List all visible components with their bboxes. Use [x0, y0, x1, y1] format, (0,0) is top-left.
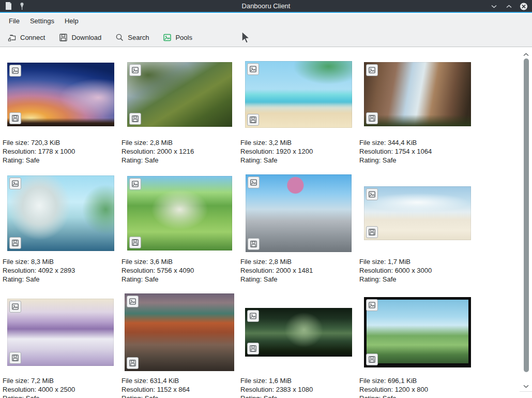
post-info: File size: 1,6 MiB Resolution: 2383 x 10…	[239, 376, 358, 398]
post-thumbnail[interactable]	[7, 299, 114, 366]
post-info: File size: 2,8 MiB Resolution: 2000 x 14…	[239, 257, 358, 284]
post-card: File size: 3,6 MiB Resolution: 5756 x 40…	[120, 174, 239, 293]
scroll-up-arrow-icon[interactable]	[523, 51, 529, 57]
rating-text: Rating: Safe	[359, 156, 477, 165]
save-image-button[interactable]	[129, 113, 141, 125]
view-image-button[interactable]	[9, 301, 21, 313]
scrollbar-thumb[interactable]	[524, 58, 529, 372]
resolution-text: Resolution: 5756 x 4090	[121, 266, 239, 275]
post-thumbnail[interactable]	[127, 62, 232, 127]
view-image-button[interactable]	[366, 188, 378, 200]
post-card: File size: 2,8 MiB Resolution: 2000 x 14…	[239, 174, 358, 293]
app-icon	[4, 2, 12, 10]
file-size-text: File size: 720,3 KiB	[3, 138, 120, 147]
maximize-button[interactable]	[505, 3, 513, 11]
view-image-button[interactable]	[366, 64, 378, 76]
save-image-button[interactable]	[366, 353, 378, 365]
scroll-down-arrow-icon[interactable]	[523, 383, 529, 389]
resolution-text: Resolution: 2383 x 1080	[240, 385, 358, 394]
post-card: File size: 3,2 MiB Resolution: 1920 x 12…	[239, 55, 358, 174]
rating-text: Rating: Safe	[3, 156, 120, 165]
view-image-button[interactable]	[129, 178, 141, 190]
danbooru-client-window: Danbooru Client File Settings Help	[0, 0, 532, 398]
download-button[interactable]: Download	[59, 33, 101, 42]
save-image-button[interactable]	[247, 343, 259, 355]
minimize-button[interactable]	[490, 3, 498, 11]
connect-button[interactable]: Connect	[8, 33, 45, 42]
file-size-text: File size: 7,2 MiB	[3, 376, 120, 385]
post-card: File size: 344,4 KiB Resolution: 1754 x …	[358, 55, 477, 174]
vertical-scrollbar	[520, 48, 532, 398]
resolution-text: Resolution: 1152 x 864	[121, 385, 239, 394]
rating-text: Rating: Safe	[121, 156, 239, 165]
view-image-button[interactable]	[248, 176, 260, 188]
connect-label: Connect	[20, 34, 45, 41]
file-size-text: File size: 2,8 MiB	[240, 257, 358, 266]
search-button[interactable]: Search	[115, 33, 149, 42]
save-image-button[interactable]	[9, 237, 21, 249]
pools-image-icon	[163, 33, 172, 42]
view-image-button[interactable]	[129, 64, 141, 76]
rating-text: Rating: Safe	[240, 394, 358, 398]
post-thumbnail[interactable]	[125, 293, 234, 371]
menu-settings[interactable]: Settings	[25, 15, 59, 27]
post-thumbnail[interactable]	[364, 297, 471, 367]
view-image-button[interactable]	[247, 63, 259, 75]
save-image-button[interactable]	[9, 352, 21, 364]
file-size-text: File size: 8,3 MiB	[3, 257, 120, 266]
rating-text: Rating: Safe	[121, 275, 239, 284]
titlebar[interactable]: Danbooru Client	[0, 0, 532, 13]
post-info: File size: 7,2 MiB Resolution: 4000 x 25…	[1, 376, 120, 398]
resolution-text: Resolution: 4000 x 2500	[3, 385, 120, 394]
close-button[interactable]	[520, 3, 528, 11]
resolution-text: Resolution: 1778 x 1000	[3, 147, 120, 156]
post-thumbnail[interactable]	[7, 175, 114, 251]
post-thumbnail[interactable]	[246, 174, 352, 252]
save-image-button[interactable]	[129, 237, 141, 248]
resolution-text: Resolution: 2000 x 1216	[121, 147, 239, 156]
post-thumbnail[interactable]	[364, 62, 471, 126]
rating-text: Rating: Safe	[240, 275, 358, 284]
view-image-button[interactable]	[9, 65, 21, 77]
post-card: File size: 2,8 MiB Resolution: 2000 x 12…	[120, 55, 239, 174]
resolution-text: Resolution: 4092 x 2893	[3, 266, 120, 275]
post-card: File size: 720,3 KiB Resolution: 1778 x …	[1, 55, 120, 174]
view-image-button[interactable]	[366, 299, 378, 311]
post-card: File size: 8,3 MiB Resolution: 4092 x 28…	[1, 174, 120, 293]
file-size-text: File size: 631,4 KiB	[121, 376, 239, 385]
pools-button[interactable]: Pools	[163, 33, 192, 42]
save-icon	[59, 33, 68, 42]
post-thumbnail[interactable]	[127, 176, 232, 250]
save-image-button[interactable]	[366, 226, 378, 238]
pin-icon[interactable]	[18, 2, 26, 10]
download-label: Download	[71, 34, 101, 41]
scrollbar-end-line	[520, 391, 532, 392]
file-size-text: File size: 696,1 KiB	[359, 376, 477, 385]
file-size-text: File size: 2,8 MiB	[121, 138, 239, 147]
save-image-button[interactable]	[127, 357, 139, 369]
post-thumbnail[interactable]	[7, 63, 114, 126]
toolbar: Connect Download Search	[0, 28, 532, 47]
post-card: File size: 7,2 MiB Resolution: 4000 x 25…	[1, 293, 120, 398]
rating-text: Rating: Safe	[359, 394, 477, 398]
menu-help[interactable]: Help	[59, 15, 84, 27]
menu-file[interactable]: File	[4, 15, 25, 27]
resolution-text: Resolution: 1200 x 800	[359, 385, 477, 394]
rating-text: Rating: Safe	[3, 275, 120, 284]
view-image-button[interactable]	[127, 296, 139, 307]
save-image-button[interactable]	[248, 238, 260, 250]
view-image-button[interactable]	[247, 310, 259, 322]
pools-label: Pools	[175, 34, 192, 41]
post-thumbnail[interactable]	[364, 186, 471, 240]
post-thumbnail[interactable]	[245, 61, 352, 128]
post-info: File size: 8,3 MiB Resolution: 4092 x 28…	[1, 257, 120, 284]
save-image-button[interactable]	[366, 112, 378, 124]
save-image-button[interactable]	[9, 112, 21, 124]
resolution-text: Resolution: 6000 x 3000	[359, 266, 477, 275]
save-image-button[interactable]	[247, 114, 259, 126]
view-image-button[interactable]	[9, 178, 21, 189]
file-size-text: File size: 344,4 KiB	[359, 138, 477, 147]
post-thumbnail[interactable]	[245, 308, 352, 357]
rating-text: Rating: Safe	[240, 156, 358, 165]
post-info: File size: 2,8 MiB Resolution: 2000 x 12…	[120, 138, 239, 165]
